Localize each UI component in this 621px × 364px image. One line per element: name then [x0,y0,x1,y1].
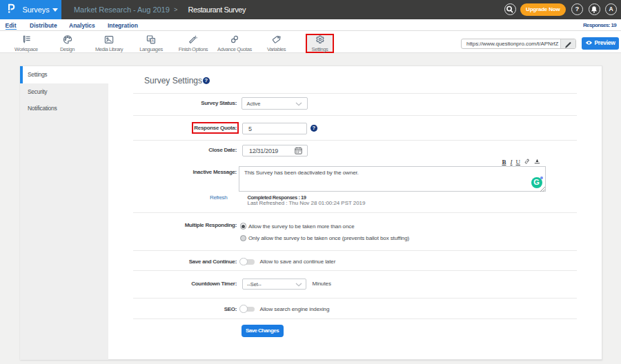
svg-text:x: x [148,36,150,40]
